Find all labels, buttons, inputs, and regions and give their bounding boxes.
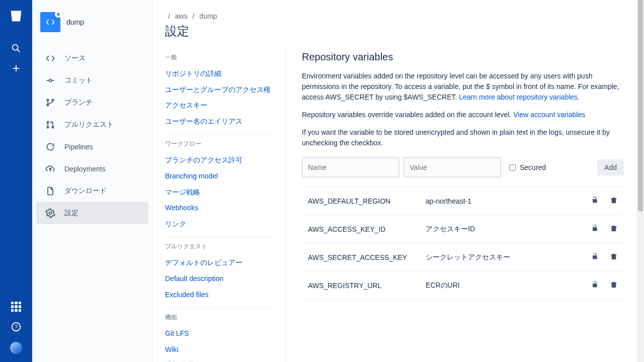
settings-link-access-keys[interactable]: アクセスキー (165, 98, 275, 114)
global-nav-rail: ? (0, 0, 32, 362)
variable-value: ECRのURI (426, 281, 591, 290)
app-root: ? dump ソース コミット ブランチ プルリクエスト Pipelines D… (0, 0, 644, 362)
code-icon (44, 52, 56, 64)
sidebar-item-label: プルリクエスト (64, 120, 114, 129)
lock-icon (55, 11, 62, 18)
pipelines-icon (44, 141, 56, 153)
delete-icon[interactable] (610, 196, 618, 206)
help-icon[interactable]: ? (10, 321, 22, 333)
file-icon (44, 185, 56, 197)
svg-point-12 (47, 121, 48, 123)
settings-link-repo-details[interactable]: リポジトリの詳細 (165, 66, 275, 82)
description-2: Repository variables override variables … (302, 110, 624, 120)
commit-icon (44, 74, 56, 86)
repo-header[interactable]: dump (32, 12, 152, 42)
settings-link-branching-model[interactable]: Branching model (165, 168, 275, 185)
variable-name: AWS_ACCESS_KEY_ID (308, 225, 426, 233)
settings-link-merge-strategies[interactable]: マージ戦略 (165, 185, 275, 201)
breadcrumb-repo[interactable]: dump (199, 12, 217, 20)
sidebar-item-label: Deployments (64, 165, 106, 173)
sidebar-item-pipelines[interactable]: Pipelines (32, 136, 152, 158)
learn-more-link[interactable]: Learn more about repository variables (459, 93, 578, 101)
variable-value: アクセスキーID (426, 225, 591, 234)
secured-checkbox-wrap[interactable]: Secured (509, 163, 546, 171)
settings-link-git-lfs[interactable]: Git LFS (165, 326, 275, 342)
sidebar-item-deployments[interactable]: Deployments (32, 158, 152, 180)
variable-name-input[interactable] (302, 157, 399, 177)
settings-link-wiki[interactable]: Wiki (165, 342, 275, 358)
settings-link-default-reviewers[interactable]: デフォルトのレビュアー (165, 255, 275, 271)
sidebar-item-label: ダウンロード (64, 187, 107, 196)
breadcrumb-project[interactable]: aws (175, 12, 188, 20)
settings-main: Repository variables Environment variabl… (286, 48, 624, 362)
settings-link-issue-tracker[interactable]: 課題管理 (165, 357, 275, 362)
sidebar-item-source[interactable]: ソース (32, 47, 152, 69)
unlock-icon[interactable] (591, 281, 599, 290)
add-button[interactable]: Add (597, 159, 624, 175)
delete-icon[interactable] (610, 224, 618, 234)
variable-name: AWS_DEFAULT_REGION (308, 197, 426, 205)
variable-value: ap-northeast-1 (426, 197, 591, 205)
breadcrumb: / aws / dump (165, 12, 624, 20)
variable-row: AWS_ACCESS_KEY_ID アクセスキーID (302, 215, 624, 243)
settings-link-branch-permissions[interactable]: ブランチのアクセス許可 (165, 152, 275, 168)
cloud-upload-icon (44, 163, 56, 175)
settings-nav: 一般 リポジトリの詳細 ユーザーとグループのアクセス権 アクセスキー ユーザー名… (165, 48, 286, 362)
description-1: Environment variables added on the repos… (302, 71, 624, 103)
settings-link-default-description[interactable]: Default description (165, 271, 275, 287)
description-3: If you want the variable to be stored un… (302, 127, 624, 148)
sidebar-item-label: コミット (64, 76, 93, 85)
sidebar-item-commits[interactable]: コミット (32, 69, 152, 92)
settings-group-head: ワークフロー (165, 140, 275, 148)
variable-name: AWS_SECRET_ACCESS_KEY (308, 253, 426, 261)
repo-side-nav: ソース コミット ブランチ プルリクエスト Pipelines Deployme… (32, 47, 152, 224)
apps-switcher-icon[interactable] (11, 302, 21, 312)
settings-group-head: プルリクエスト (165, 242, 275, 251)
svg-point-0 (13, 45, 18, 50)
bitbucket-logo-icon[interactable] (9, 9, 23, 23)
settings-group-head: 一般 (165, 53, 275, 62)
variable-row: AWS_DEFAULT_REGION ap-northeast-1 (302, 187, 624, 215)
sidebar-item-label: 設定 (64, 209, 78, 218)
variable-name: AWS_REGISTRY_URL (308, 282, 426, 290)
sidebar-item-settings[interactable]: 設定 (36, 202, 148, 224)
unlock-icon[interactable] (591, 196, 599, 206)
settings-link-excluded-files[interactable]: Excluded files (165, 287, 275, 303)
settings-link-links[interactable]: リンク (165, 216, 275, 232)
svg-line-1 (18, 50, 20, 52)
sidebar-item-downloads[interactable]: ダウンロード (32, 180, 152, 202)
svg-point-9 (47, 99, 48, 101)
variable-row: AWS_SECRET_ACCESS_KEY シークレットアクセスキー (302, 243, 624, 272)
settings-link-username-aliases[interactable]: ユーザー名のエイリアス (165, 114, 275, 130)
plus-icon[interactable] (10, 62, 22, 74)
sidebar-item-branches[interactable]: ブランチ (32, 92, 152, 114)
sidebar-item-label: ソース (64, 54, 86, 63)
settings-link-webhooks[interactable]: Webhooks (165, 200, 275, 216)
user-avatar[interactable] (10, 342, 22, 354)
variable-row: AWS_REGISTRY_URL ECRのURI (302, 272, 624, 300)
section-heading: Repository variables (302, 51, 624, 63)
secured-checkbox[interactable] (509, 164, 516, 171)
svg-point-13 (47, 126, 48, 128)
unlock-icon[interactable] (591, 252, 599, 262)
add-variable-form: Secured Add (302, 157, 624, 177)
gear-icon (44, 207, 56, 219)
scrollbar-track[interactable] (637, 0, 644, 362)
pull-request-icon (44, 119, 56, 131)
branch-icon (44, 97, 56, 109)
search-icon[interactable] (10, 42, 22, 54)
content-area: / aws / dump 設定 一般 リポジトリの詳細 ユーザーとグループのアク… (153, 0, 644, 362)
view-account-variables-link[interactable]: View account variables (513, 111, 585, 119)
variable-value: シークレットアクセスキー (426, 253, 591, 262)
delete-icon[interactable] (610, 252, 618, 262)
svg-point-6 (49, 79, 52, 82)
unlock-icon[interactable] (591, 224, 599, 234)
svg-text:?: ? (15, 324, 18, 330)
sidebar-item-label: ブランチ (64, 98, 93, 107)
secured-label: Secured (520, 163, 546, 171)
settings-link-user-group-access[interactable]: ユーザーとグループのアクセス権 (165, 82, 275, 98)
delete-icon[interactable] (610, 281, 618, 290)
scrollbar-thumb[interactable] (638, 0, 643, 211)
sidebar-item-pullrequests[interactable]: プルリクエスト (32, 114, 152, 136)
variable-value-input[interactable] (404, 157, 501, 177)
